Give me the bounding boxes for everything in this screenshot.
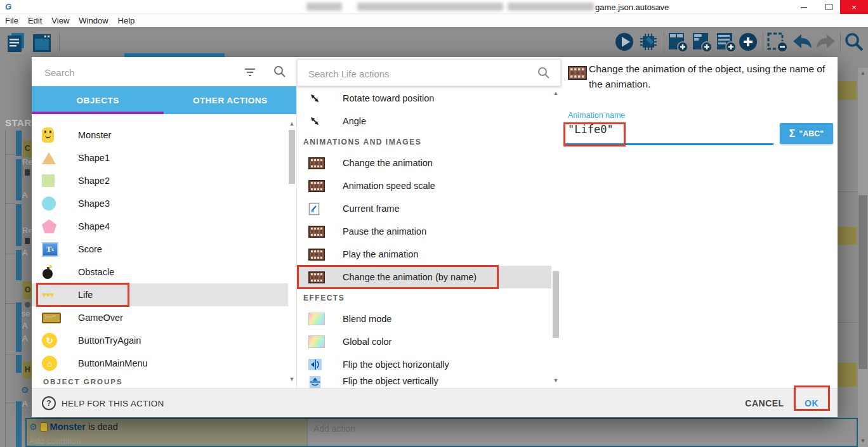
rotate-arrow-icon xyxy=(308,115,335,127)
minimize-button[interactable] xyxy=(792,0,816,14)
add-condition-link[interactable]: Add condition xyxy=(29,436,81,446)
title-bar: G game.json.autosave × xyxy=(0,0,868,14)
action-item-animation-speed-scale[interactable]: Animation speed scale xyxy=(297,174,551,197)
menu-window[interactable]: Window xyxy=(79,16,108,25)
annotation-change-animation-by-name xyxy=(297,265,499,289)
redacted-title-segment xyxy=(508,3,594,11)
object-item-shape1[interactable]: Shape1 xyxy=(32,146,288,169)
expression-editor-button[interactable]: Σ "ABC" xyxy=(780,123,833,144)
scroll-up-icon[interactable]: ▲ xyxy=(552,90,560,96)
tab-objects[interactable]: OBJECTS xyxy=(32,86,164,114)
scroll-up-icon[interactable]: ▲ xyxy=(288,120,296,127)
scroll-down-icon[interactable]: ▼ xyxy=(288,376,296,382)
objects-search-bar xyxy=(32,57,296,86)
action-item-change-animation[interactable]: Change the animation xyxy=(297,152,551,174)
menu-edit[interactable]: Edit xyxy=(28,16,42,25)
events-sheet-right-fragment xyxy=(838,56,868,447)
film-strip-icon xyxy=(308,226,335,238)
menu-bar: File Edit View Window Help xyxy=(0,14,868,28)
sigma-icon: Σ xyxy=(789,128,796,139)
action-item-pause-animation[interactable]: Pause the animation xyxy=(297,220,551,243)
menu-help[interactable]: Help xyxy=(118,16,135,25)
add-comment-icon[interactable] xyxy=(716,32,737,53)
event-text-fragment: A xyxy=(22,334,28,343)
add-event-icon[interactable] xyxy=(667,32,689,53)
filter-icon[interactable] xyxy=(244,68,256,77)
menu-view[interactable]: View xyxy=(51,16,69,25)
action-item-blend-mode[interactable]: Blend mode xyxy=(297,308,551,330)
actions-search-bar xyxy=(297,59,561,86)
actions-scrollbar-thumb[interactable] xyxy=(553,271,559,338)
tab-other-actions[interactable]: OTHER ACTIONS xyxy=(164,86,297,114)
scene-tab-start: START xyxy=(5,117,32,128)
object-item-gameover[interactable]: GameOver xyxy=(32,306,288,329)
comment-row-fragment: O xyxy=(23,282,32,299)
section-header-animations: ANIMATIONS AND IMAGES xyxy=(303,133,421,152)
object-groups-header: OBJECT GROUPS xyxy=(43,375,123,388)
action-item-flip-vertically[interactable]: Flip the object vertically xyxy=(297,376,551,388)
monster-object-icon xyxy=(42,127,67,143)
remove-selection-icon[interactable] xyxy=(766,32,789,53)
event-text-fragment: A xyxy=(22,321,28,330)
annotation-animation-name-value xyxy=(563,122,626,146)
active-tab-underline xyxy=(32,112,164,114)
gdevelop-window: G game.json.autosave × File Edit View Wi… xyxy=(0,0,868,447)
maximize-button[interactable] xyxy=(817,0,840,14)
comment-row-fragment: H xyxy=(23,361,32,379)
actions-search-input[interactable] xyxy=(307,64,519,83)
object-item-shape3[interactable]: Shape3 xyxy=(32,192,288,215)
object-item-obstacle[interactable]: Obstacle xyxy=(32,261,288,283)
objects-scrollbar-thumb[interactable] xyxy=(289,130,295,184)
scene-editor-icon[interactable] xyxy=(32,32,52,53)
bomb-icon xyxy=(42,265,67,279)
object-item-buttonmainmenu[interactable]: ⌂ ButtonMainMenu xyxy=(32,352,288,375)
action-editor-dialog: OBJECTS OTHER ACTIONS Monster Shape1 Sha… xyxy=(32,57,838,417)
action-item-current-frame[interactable]: Current frame xyxy=(297,197,551,220)
event-text-fragment: A xyxy=(22,190,28,200)
redacted-title-segment xyxy=(306,3,342,11)
monster-object-icon xyxy=(40,422,48,432)
play-preview-icon[interactable] xyxy=(614,32,635,52)
film-strip-icon xyxy=(308,249,335,261)
event-row-monster-is-dead[interactable]: ⚙ Monster is dead Add condition Add acti… xyxy=(25,418,858,447)
action-tabs: OBJECTS OTHER ACTIONS xyxy=(32,86,296,114)
cancel-button[interactable]: CANCEL xyxy=(736,389,793,418)
add-action-link[interactable]: Add action xyxy=(313,424,355,434)
objects-search-input[interactable] xyxy=(43,62,230,82)
object-item-shape4[interactable]: Shape4 xyxy=(32,215,288,238)
event-text-fragment: Re xyxy=(22,157,32,167)
redo-icon[interactable] xyxy=(815,32,838,52)
search-toolbar-icon[interactable] xyxy=(844,32,864,53)
film-strip-icon xyxy=(308,157,335,169)
search-icon[interactable] xyxy=(273,65,286,78)
menu-file[interactable]: File xyxy=(5,16,18,25)
object-item-buttontryagain[interactable]: ↻ ButtonTryAgain xyxy=(32,329,288,352)
action-item-rotate-toward-position[interactable]: Rotate toward position xyxy=(297,87,551,110)
retry-button-icon: ↻ xyxy=(42,333,67,348)
event-text-fragment: A xyxy=(22,248,28,257)
search-icon[interactable] xyxy=(537,67,550,79)
event-conditions-cell[interactable]: ⚙ Monster is dead Add condition xyxy=(27,419,308,446)
help-for-this-action[interactable]: ? HELP FOR THIS ACTION xyxy=(42,389,164,418)
close-button[interactable]: × xyxy=(840,0,868,14)
action-item-play-animation[interactable]: Play the animation xyxy=(297,243,551,266)
object-item-monster[interactable]: Monster xyxy=(32,124,288,146)
add-circle-icon[interactable] xyxy=(737,32,759,53)
toolbar-separator xyxy=(840,32,841,52)
object-item-shape2[interactable]: Shape2 xyxy=(32,169,288,192)
window-title: game.json.autosave xyxy=(595,3,669,12)
project-manager-icon[interactable] xyxy=(6,32,27,53)
pentagon-shape-icon xyxy=(42,219,67,233)
undo-icon[interactable] xyxy=(791,32,813,52)
scroll-down-icon[interactable]: ▼ xyxy=(552,377,560,384)
object-item-score[interactable]: Tx Score xyxy=(32,238,288,261)
action-item-angle[interactable]: Angle xyxy=(297,110,551,133)
action-item-global-color[interactable]: Global color xyxy=(297,330,551,353)
events-sheet-left-fragment: START C Re A Re A O se A A H ⚙ A xyxy=(0,56,32,447)
debug-icon[interactable] xyxy=(638,32,659,52)
add-subevent-icon[interactable] xyxy=(692,32,713,53)
action-item-flip-horizontally[interactable]: Flip the object horizontally xyxy=(297,353,551,376)
rotate-arrow-icon xyxy=(308,92,335,105)
film-strip-icon xyxy=(308,180,335,192)
text-object-icon: Tx xyxy=(42,242,67,257)
